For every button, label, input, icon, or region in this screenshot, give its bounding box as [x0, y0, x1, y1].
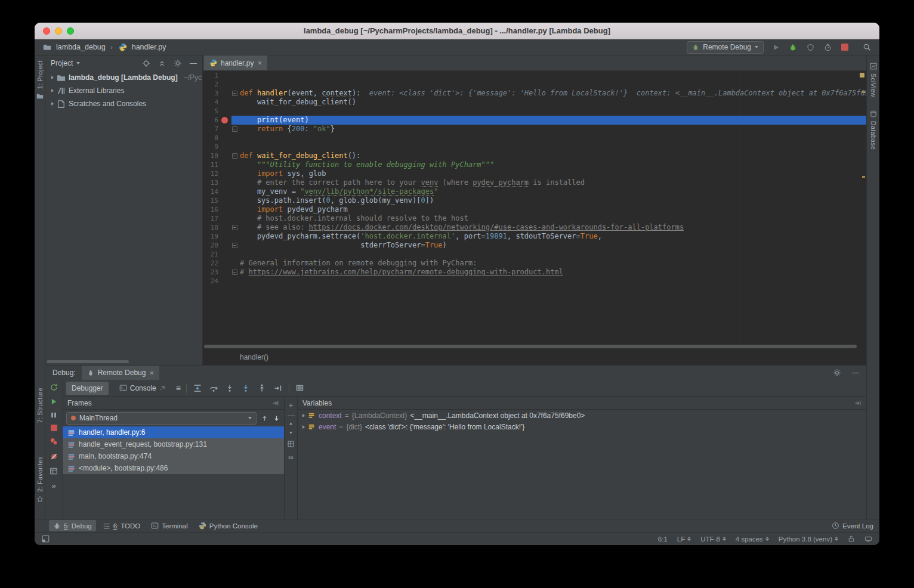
- code-line[interactable]: 12 import sys, glob: [203, 169, 866, 178]
- toolwindow-button-terminal[interactable]: Terminal: [147, 520, 192, 531]
- add-watch-icon[interactable]: +: [289, 401, 294, 410]
- run-to-cursor-icon[interactable]: [273, 383, 283, 394]
- breakpoint-gutter[interactable]: [218, 134, 231, 143]
- code-line[interactable]: 14 my_venv = "venv/lib/python*/site-pack…: [203, 187, 866, 196]
- fold-gutter[interactable]: [231, 71, 240, 80]
- breakpoint-gutter[interactable]: [218, 160, 231, 169]
- fold-gutter[interactable]: [231, 250, 240, 259]
- code-line[interactable]: 18− # see also: https://docs.docker.com/…: [203, 223, 866, 232]
- fold-gutter[interactable]: [231, 277, 240, 286]
- breakpoint-gutter[interactable]: [218, 241, 231, 250]
- breakpoint-gutter[interactable]: [218, 187, 231, 196]
- interpreter-widget[interactable]: Python 3.8 (venv): [779, 536, 838, 543]
- locate-file-icon[interactable]: [142, 59, 150, 67]
- code-line[interactable]: 24: [203, 277, 866, 286]
- toolwindow-button-todo[interactable]: 6: TODO: [98, 520, 145, 531]
- fold-icon[interactable]: −: [232, 225, 237, 230]
- titlebar[interactable]: lambda_debug [~/PycharmProjects/lambda_d…: [35, 23, 879, 39]
- breakpoint-gutter[interactable]: [218, 98, 231, 107]
- debug-session-tab[interactable]: Remote Debug ×: [82, 366, 159, 380]
- code-line[interactable]: 23−# https://www.jetbrains.com/help/pych…: [203, 268, 866, 277]
- fold-gutter[interactable]: [231, 205, 240, 214]
- toolwindow-button-favorites[interactable]: 2: Favorites: [35, 456, 45, 503]
- thread-selector[interactable]: MainThread: [66, 412, 257, 425]
- fold-gutter[interactable]: [231, 178, 240, 187]
- variable-row[interactable]: context = {LambdaContext} <__main__.Lamb…: [298, 410, 866, 421]
- breakpoint-gutter[interactable]: [218, 205, 231, 214]
- fold-gutter[interactable]: −: [231, 223, 240, 232]
- run-button[interactable]: [770, 42, 781, 52]
- chevron-right-icon[interactable]: [51, 76, 54, 79]
- error-stripe-mark[interactable]: [862, 176, 865, 178]
- tab-debugger[interactable]: Debugger: [66, 382, 109, 395]
- step-over-icon[interactable]: [208, 383, 219, 394]
- breakpoint-gutter[interactable]: [218, 80, 231, 89]
- fold-icon[interactable]: −: [232, 270, 237, 275]
- code-line[interactable]: 8: [203, 134, 866, 143]
- encoding-widget[interactable]: UTF-8: [700, 536, 726, 543]
- restore-layout-icon[interactable]: [50, 467, 58, 475]
- toolwindow-button-python-console[interactable]: Python Console: [194, 520, 262, 531]
- fold-icon[interactable]: −: [232, 126, 237, 132]
- minimize-window-button[interactable]: [55, 27, 62, 35]
- panel-options-icon[interactable]: [854, 400, 861, 407]
- breakpoint-gutter[interactable]: [218, 116, 231, 125]
- breakpoint-gutter[interactable]: [218, 71, 231, 80]
- chevron-right-icon[interactable]: [51, 102, 54, 106]
- previous-frame-icon[interactable]: [261, 414, 268, 422]
- code-line[interactable]: 13 # enter the correct path here to your…: [203, 178, 866, 187]
- variable-row[interactable]: event = {dict} <class 'dict'>: {'message…: [298, 421, 866, 432]
- breakpoint-gutter[interactable]: [218, 89, 231, 98]
- code-line[interactable]: 1: [203, 71, 866, 80]
- layout-grid-icon[interactable]: [287, 440, 295, 448]
- gear-icon[interactable]: [174, 59, 182, 67]
- lock-icon[interactable]: [848, 535, 855, 543]
- chevron-right-icon[interactable]: [51, 89, 54, 92]
- code-line[interactable]: 22# General information on remote debugg…: [203, 259, 866, 268]
- code-line[interactable]: 6 print(event): [203, 116, 866, 125]
- fold-icon[interactable]: −: [232, 243, 237, 248]
- breakpoint-gutter[interactable]: [218, 259, 231, 268]
- code-line[interactable]: 17 # host.docker.internal should resolve…: [203, 214, 866, 223]
- breadcrumb-file[interactable]: handler.py: [132, 43, 166, 51]
- tree-item-project-root[interactable]: lambda_debug [Lambda Debug] ~/PycharmPro…: [45, 71, 202, 84]
- code-line[interactable]: 3−def handler(event, context): event: <c…: [203, 89, 866, 98]
- debug-button[interactable]: [788, 42, 798, 52]
- search-everywhere-button[interactable]: [861, 42, 872, 52]
- step-into-my-code-icon[interactable]: [240, 383, 251, 394]
- show-execution-point-icon[interactable]: [192, 383, 203, 394]
- fold-gutter[interactable]: −: [231, 268, 240, 277]
- close-window-button[interactable]: [43, 27, 50, 35]
- code-line[interactable]: 10−def wait_for_debug_client():: [203, 151, 866, 160]
- frame-row[interactable]: main, bootstrap.py:474: [63, 450, 284, 462]
- view-as-table-icon[interactable]: [295, 383, 305, 394]
- fold-gutter[interactable]: [231, 259, 240, 268]
- hide-panel-icon[interactable]: —: [852, 369, 859, 377]
- indent-widget[interactable]: 4 spaces: [736, 536, 769, 543]
- project-title[interactable]: Project: [51, 59, 73, 67]
- code-line[interactable]: 11 """Utility function to enable debuggi…: [203, 160, 866, 169]
- fold-gutter[interactable]: −: [231, 125, 240, 134]
- resume-icon[interactable]: [50, 398, 58, 406]
- fold-gutter[interactable]: [231, 196, 240, 205]
- evaluate-infinity-icon[interactable]: ∞: [288, 453, 294, 462]
- inspections-indicator[interactable]: [860, 73, 864, 78]
- editor-hscroll-track[interactable]: [203, 343, 866, 349]
- code-line[interactable]: 5: [203, 107, 866, 116]
- code-line[interactable]: 4 wait_for_debug_client(): [203, 98, 866, 107]
- breakpoint-gutter[interactable]: [218, 214, 231, 223]
- line-separator-widget[interactable]: LF: [677, 536, 691, 543]
- breakpoint-gutter[interactable]: [218, 178, 231, 187]
- run-config-selector[interactable]: Remote Debug: [687, 41, 764, 54]
- profiler-button[interactable]: [822, 42, 833, 52]
- code-line[interactable]: 16 import pydevd_pycharm: [203, 205, 866, 214]
- stop-button[interactable]: [839, 42, 850, 52]
- breakpoint-gutter[interactable]: [218, 107, 231, 116]
- next-frame-icon[interactable]: [273, 414, 280, 422]
- fold-icon[interactable]: −: [232, 91, 237, 96]
- tab-console[interactable]: Console: [114, 382, 171, 395]
- fold-gutter[interactable]: [231, 214, 240, 223]
- pause-icon[interactable]: [50, 411, 57, 419]
- fold-gutter[interactable]: [231, 232, 240, 241]
- caret-position[interactable]: 6:1: [658, 536, 668, 543]
